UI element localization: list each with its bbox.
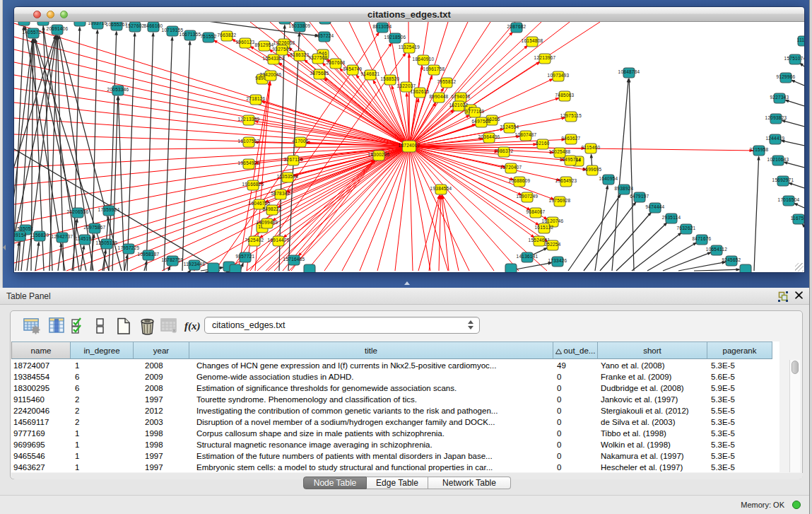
table-cell[interactable]: 49 (557, 360, 596, 371)
table-cell[interactable]: 6 (75, 371, 132, 382)
table-cell[interactable]: Stergiakouli et al. (2012) (601, 405, 706, 416)
table-cell[interactable]: 6 (75, 382, 132, 394)
table-cell[interactable]: Changes of HCN gene expression and I(f) … (196, 360, 552, 371)
graph-node[interactable] (304, 264, 315, 272)
table-cell[interactable]: Yano et al. (2008) (601, 360, 706, 371)
table-cell[interactable]: Structural magnetic resonance image aver… (196, 439, 552, 450)
table-cell[interactable]: 2012 (145, 405, 188, 416)
show-columns-button[interactable] (48, 317, 66, 335)
float-panel-button[interactable] (778, 291, 789, 302)
table-cell[interactable]: 5.5E-5 (711, 405, 771, 416)
table-cell[interactable]: 0 (557, 394, 596, 405)
window-resize-grip[interactable] (795, 263, 804, 271)
table-cell[interactable]: de Silva et al. (2003) (601, 416, 706, 428)
minimize-window-button[interactable] (47, 11, 54, 18)
table-cell[interactable]: 1 (75, 428, 132, 439)
table-cell[interactable]: 1997 (145, 462, 188, 472)
table-cell[interactable]: 1 (75, 439, 132, 450)
table-cell[interactable]: 9463627 (13, 462, 69, 472)
table-cell[interactable]: Genome-wide association studies in ADHD. (196, 371, 552, 382)
table-cell[interactable]: 9465546 (13, 450, 69, 462)
table-cell[interactable]: 5.3E-5 (711, 428, 771, 439)
tab-node-table[interactable]: Node Table (303, 477, 367, 489)
table-cell[interactable]: 5.3E-5 (711, 462, 771, 472)
panel-splitter-handle[interactable] (404, 281, 410, 286)
table-cell[interactable]: 0 (557, 450, 596, 462)
graph-node[interactable] (18, 22, 30, 25)
table-row[interactable]: 977716911998Corpus callosum shape and si… (11, 428, 779, 439)
table-cell[interactable]: 9115460 (13, 394, 69, 405)
close-window-button[interactable] (33, 11, 41, 18)
table-cell[interactable]: 2003 (145, 416, 188, 428)
graph-node[interactable] (208, 263, 219, 272)
table-mode-button[interactable] (23, 317, 42, 335)
tab-network-table[interactable]: Network Table (428, 477, 511, 489)
close-panel-button[interactable] (793, 291, 804, 302)
table-cell[interactable]: Disruption of a novel member of a sodium… (196, 416, 552, 428)
graph-node[interactable] (740, 264, 751, 272)
table-cell[interactable]: Hescheler et al. (1997) (601, 462, 706, 472)
table-cell[interactable]: Tourette syndrome. Phenomenology and cla… (196, 394, 552, 405)
table-cell[interactable]: Tibbo et al. (1998) (601, 428, 706, 439)
table-source-dropdown[interactable]: citations_edges.txt (204, 317, 480, 334)
delete-column-button[interactable] (139, 317, 157, 335)
graph-node[interactable] (505, 264, 517, 272)
table-cell[interactable]: 0 (557, 416, 596, 428)
table-cell[interactable]: 22420046 (13, 405, 69, 416)
table-row[interactable]: 1872400712008Changes of HCN gene express… (11, 360, 779, 371)
column-header-short[interactable]: short (598, 341, 707, 359)
table-cell[interactable]: 5.3E-5 (711, 394, 771, 405)
table-cell[interactable]: 19384554 (13, 371, 69, 382)
network-canvas[interactable]: 5467663822996012389129541322605893275031… (14, 22, 804, 272)
table-cell[interactable]: Jankovic et al. (1997) (601, 394, 706, 405)
window-titlebar[interactable]: citations_edges.txt (14, 7, 804, 22)
table-cell[interactable]: 2008 (145, 382, 188, 394)
function-builder-button[interactable]: f(x) (184, 317, 206, 335)
table-cell[interactable]: 5.6E-5 (711, 371, 771, 382)
table-cell[interactable]: Estimation of the future numbers of pati… (196, 450, 552, 462)
graph-node[interactable] (74, 22, 86, 26)
table-row[interactable]: 911546021997Tourette syndrome. Phenomeno… (11, 394, 779, 405)
table-cell[interactable]: 2 (75, 394, 132, 405)
column-header-title[interactable]: title (189, 341, 553, 359)
import-table-button[interactable] (160, 317, 179, 335)
zoom-window-button[interactable] (60, 11, 68, 18)
graph-node[interactable] (230, 264, 241, 272)
table-cell[interactable]: Dudbridge et al. (2008) (601, 382, 706, 394)
table-cell[interactable]: 5.3E-5 (711, 439, 771, 450)
table-cell[interactable]: 0 (557, 462, 596, 472)
graph-node[interactable] (319, 22, 331, 24)
table-cell[interactable]: 14569117 (13, 416, 69, 428)
table-cell[interactable]: 0 (557, 405, 596, 416)
table-row[interactable]: 1830029562008Estimation of significance … (11, 382, 779, 394)
table-cell[interactable]: 0 (557, 428, 596, 439)
table-cell[interactable]: 2009 (145, 371, 188, 382)
table-cell[interactable]: 1997 (145, 450, 188, 462)
table-cell[interactable]: 2008 (145, 360, 188, 371)
network-graph[interactable]: 5467663822996012389129541322605893275031… (14, 22, 804, 272)
table-cell[interactable]: Corpus callosum shape and size in male p… (196, 428, 552, 439)
table-cell[interactable]: 18300295 (13, 382, 69, 394)
table-cell[interactable]: 0 (557, 371, 596, 382)
west-panel-collapse-icon[interactable] (3, 245, 6, 250)
select-all-button[interactable] (71, 317, 89, 335)
table-row[interactable]: 969969511998Structural magnetic resonanc… (11, 439, 779, 450)
table-cell[interactable]: 1997 (145, 394, 188, 405)
table-row[interactable]: 1938455462009Genome-wide association stu… (11, 371, 779, 382)
table-cell[interactable]: 5.3E-5 (711, 416, 771, 428)
table-cell[interactable]: 9777169 (13, 428, 69, 439)
table-cell[interactable]: 0 (557, 439, 596, 450)
table-cell[interactable]: 1998 (145, 428, 188, 439)
column-header-in_degree[interactable]: in_degree (71, 341, 134, 359)
table-cell[interactable]: 1 (75, 360, 132, 371)
table-row[interactable]: 2242004622012Investigating the contribut… (11, 405, 779, 416)
table-vertical-scrollbar[interactable] (789, 360, 800, 472)
tab-edge-table[interactable]: Edge Table (367, 477, 428, 489)
column-header-out_de[interactable]: out_de... (553, 341, 598, 359)
table-cell[interactable]: 1 (75, 462, 132, 472)
table-row[interactable]: 1456911722003Disruption of a novel membe… (11, 416, 779, 428)
table-cell[interactable]: 1998 (145, 439, 188, 450)
table-cell[interactable]: Franke et al. (2009) (601, 371, 706, 382)
graph-node[interactable] (37, 22, 49, 25)
table-cell[interactable]: 5.9E-5 (711, 382, 771, 394)
